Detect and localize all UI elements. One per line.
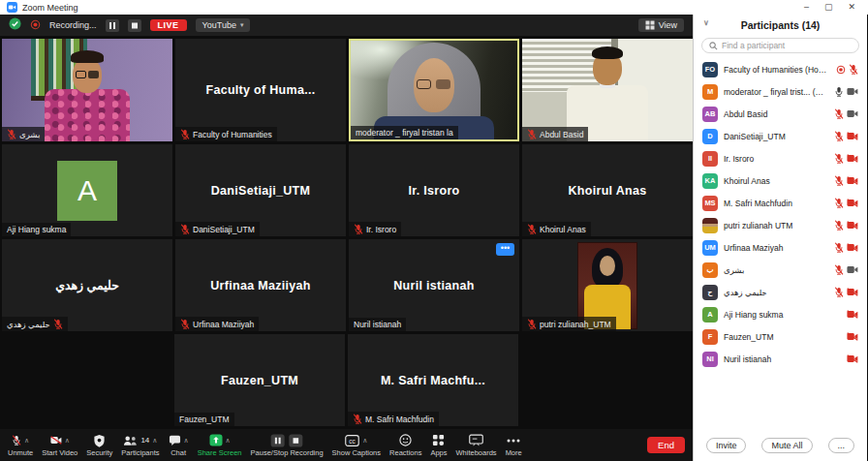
participant-status-icons — [847, 310, 858, 319]
participant-status-icons — [834, 175, 858, 186]
video-tile[interactable]: AAji Hiang sukma — [2, 144, 172, 236]
mic-off-icon — [834, 108, 844, 119]
toolbar-security-button[interactable]: Security — [86, 433, 112, 457]
tile-name-text: M. Safri Machfudin — [365, 415, 434, 424]
toolbar-apps-button[interactable]: Apps — [430, 433, 447, 457]
participant-status-icons — [834, 198, 858, 208]
toolbar-more-button[interactable]: More — [506, 433, 522, 457]
participant-row[interactable]: MSM. Safri Machfudin — [694, 192, 867, 214]
tile-name-text: حليمي زهدي — [7, 320, 50, 329]
participant-avatar: M — [702, 84, 718, 100]
video-tile[interactable]: Faculty of Huma...Faculty of Humanities — [175, 39, 346, 141]
participant-avatar: A — [702, 307, 718, 323]
smiley-icon — [399, 434, 412, 446]
close-button[interactable]: ✕ — [848, 0, 855, 15]
end-meeting-button[interactable]: End — [647, 437, 685, 453]
toolbar-pause-stop-recording-button[interactable]: Pause/Stop Recording — [251, 433, 324, 457]
cam-off-icon — [847, 332, 858, 341]
participant-avatar: ب — [702, 262, 718, 278]
stop-recording-button[interactable] — [128, 19, 141, 32]
toolbar-start-video-button[interactable]: ∧Start Video — [42, 433, 78, 457]
toolbar-share-screen-button[interactable]: ∧Share Screen — [198, 433, 242, 457]
participant-row[interactable]: NINuril istianah — [694, 348, 867, 370]
video-tile[interactable]: Urfinaa MaziiyahUrfinaa Maziiyah — [175, 239, 346, 331]
mic-off-icon — [834, 153, 844, 164]
toolbar-show-captions-button[interactable]: cc∧Show Captions — [332, 433, 381, 457]
chevron-up-icon[interactable]: ∧ — [226, 437, 231, 444]
chevron-up-icon[interactable]: ∧ — [362, 437, 367, 444]
panel-collapse-icon[interactable]: ∨ — [703, 18, 709, 27]
cam-off-icon — [847, 221, 858, 230]
video-tile[interactable]: moderator _ firyal tristan la — [349, 39, 519, 141]
video-tile[interactable]: Nuril istianah•••Nuril istianah — [349, 239, 519, 331]
participant-row[interactable]: KAKhoirul Anas — [694, 169, 867, 192]
view-button[interactable]: View — [638, 18, 684, 32]
video-grid: بشرىFaculty of Huma...Faculty of Humanit… — [0, 36, 693, 429]
chevron-up-icon[interactable]: ∧ — [65, 437, 70, 444]
mute-all-button[interactable]: Mute All — [761, 438, 812, 453]
video-tile[interactable]: DaniSetiaji_UTMDaniSetiaji_UTM — [175, 144, 346, 236]
participant-row[interactable]: DDaniSetiaji_UTM — [694, 125, 867, 147]
participant-name: بشرى — [724, 265, 828, 275]
video-grid-row: حليمي زهديحليمي زهديUrfinaa MaziiyahUrfi… — [2, 239, 691, 331]
video-tile[interactable]: Ir. IsroroIr. Isroro — [349, 144, 519, 236]
participant-row[interactable]: ببشرى — [694, 259, 867, 281]
window-titlebar: Zoom Meeting – ▢ ✕ — [0, 0, 868, 15]
muted-mic-icon — [527, 224, 537, 234]
search-input[interactable] — [722, 41, 852, 50]
muted-mic-icon — [180, 224, 190, 234]
tile-more-button[interactable]: ••• — [496, 243, 514, 256]
video-tile[interactable]: Khoirul AnasKhoirul Anas — [522, 144, 693, 236]
toolbar-item-label: Start Video — [42, 448, 78, 457]
video-tile[interactable]: بشرى — [2, 39, 172, 141]
toolbar-whiteboards-button[interactable]: Whiteboards — [456, 433, 497, 457]
participant-name: DaniSetiaji_UTM — [724, 132, 828, 141]
participant-name: Ir. Isroro — [724, 154, 828, 164]
participants-header: ∨ Participants (14) — [694, 15, 867, 33]
panel-more-button[interactable]: ... — [828, 438, 855, 453]
muted-mic-icon — [527, 319, 537, 329]
video-tile[interactable]: حليمي زهديحليمي زهدي — [2, 239, 172, 331]
participant-row[interactable]: Mmoderator _ firyal trist... (Co-host — [694, 80, 867, 103]
board-icon — [469, 434, 483, 446]
participant-row[interactable]: ABAbdul Basid — [694, 103, 867, 125]
tile-name-label: Ir. Isroro — [349, 222, 401, 236]
toolbar-participants-button[interactable]: 14∧Participants — [121, 433, 159, 457]
tile-name-label: Urfinaa Maziiyah — [175, 317, 259, 331]
participant-row[interactable]: ححليمي زهدي — [694, 281, 867, 303]
participant-status-icons — [834, 220, 858, 230]
toolbar-unmute-button[interactable]: ∧Unmute — [8, 433, 33, 457]
cc-icon: cc — [345, 435, 359, 446]
toolbar-item-label: Apps — [430, 448, 447, 457]
participants-title: Participants (14) — [741, 19, 821, 31]
minimize-button[interactable]: – — [804, 0, 809, 15]
pause-recording-button[interactable] — [106, 19, 119, 32]
participant-row[interactable]: FOFaculty of Humanities (Host, me) — [694, 58, 867, 80]
tile-name-text: Faculty of Humanities — [193, 130, 272, 139]
mic-off-white-icon — [12, 435, 21, 446]
participant-name: حليمي زهدي — [724, 288, 828, 297]
video-tile[interactable]: M. Safri Machfu...M. Safri Machfudin — [348, 334, 518, 426]
participant-avatar: MS — [702, 196, 718, 211]
video-tile[interactable]: Abdul Basid — [522, 39, 693, 141]
chevron-up-icon[interactable]: ∧ — [152, 437, 157, 444]
toolbar-reactions-button[interactable]: Reactions — [389, 433, 421, 457]
maximize-button[interactable]: ▢ — [824, 0, 833, 15]
participant-row[interactable]: UMUrfinaa Maziyah — [694, 236, 867, 259]
youtube-stream-dropdown[interactable]: YouTube▾ — [196, 18, 251, 32]
participant-avatar — [702, 218, 718, 233]
participant-search-box[interactable] — [701, 38, 859, 53]
invite-button[interactable]: Invite — [706, 438, 747, 453]
tile-name-label: حليمي زهدي — [2, 317, 68, 331]
participant-row[interactable]: FFauzen_UTM — [694, 325, 867, 348]
participant-name: putri zulianah UTM — [724, 221, 828, 230]
chevron-up-icon[interactable]: ∧ — [184, 437, 189, 444]
chevron-up-icon[interactable]: ∧ — [24, 437, 29, 444]
toolbar-chat-button[interactable]: ∧Chat — [169, 433, 189, 457]
video-tile[interactable]: Fauzen_UTMFauzen_UTM — [174, 334, 345, 426]
participant-row[interactable]: IIIr. Isroro — [694, 147, 867, 169]
muted-mic-icon — [527, 129, 537, 139]
participant-row[interactable]: putri zulianah UTM — [694, 214, 867, 236]
video-tile[interactable]: putri zulianah_UTM — [522, 239, 693, 331]
participant-row[interactable]: AAji Hiang sukma — [694, 303, 867, 325]
